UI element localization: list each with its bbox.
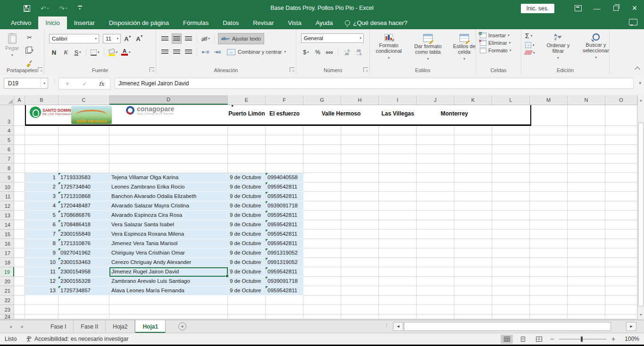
cell-E11[interactable]: 9 de Octubre — [228, 192, 266, 201]
cell-H17[interactable] — [341, 248, 379, 258]
comma-style-button[interactable]: 000 — [325, 47, 335, 58]
ribbon-tab-datos[interactable]: Datos — [216, 16, 246, 29]
cell-H11[interactable] — [341, 192, 379, 201]
cell-B11[interactable]: 3 — [25, 192, 59, 201]
ribbon-tab-revisar[interactable]: Revisar — [246, 16, 281, 29]
cell-F16[interactable]: 0959542811 — [266, 239, 303, 248]
cell-J22[interactable] — [417, 296, 454, 305]
cell-E8[interactable] — [228, 164, 266, 173]
sign-in-button[interactable]: Inic. ses. — [521, 4, 554, 13]
align-top-button[interactable] — [160, 33, 170, 44]
cell-A21[interactable] — [14, 286, 25, 296]
orientation-button[interactable]: ab — [201, 33, 211, 44]
number-format-combo[interactable]: General — [301, 33, 364, 43]
accessibility-status[interactable]: Accesibilidad: es necesario investigar — [25, 336, 128, 342]
scroll-up-button[interactable]: ▲ — [638, 95, 644, 105]
cell-L15[interactable] — [492, 230, 530, 239]
cell-I14[interactable] — [379, 220, 417, 230]
cell-E5[interactable] — [228, 135, 266, 145]
normal-view-button[interactable] — [501, 335, 513, 344]
vertical-scrollbar-thumb[interactable] — [638, 123, 644, 306]
currency-button[interactable]: $ — [301, 47, 311, 58]
cell-K20[interactable] — [454, 277, 492, 286]
row-header-24[interactable]: 24 — [0, 314, 14, 319]
cell-K10[interactable] — [454, 182, 492, 192]
confirm-entry-button[interactable]: ✓ — [76, 81, 93, 87]
cell-N4[interactable] — [568, 126, 605, 135]
cell-E20[interactable]: 9 de Octubre — [228, 277, 266, 286]
cell-H8[interactable] — [341, 164, 379, 173]
fill-button[interactable]: ↓ — [525, 42, 535, 48]
cell-D16[interactable]: Jimenez Vera Tania Marisol — [109, 239, 228, 248]
cell-H21[interactable] — [341, 286, 379, 296]
cell-F18[interactable]: 0991319052 — [266, 258, 303, 267]
row-header-13[interactable]: 13 — [0, 211, 14, 220]
font-name-combo[interactable]: Calibri — [49, 34, 99, 43]
cell-N21[interactable] — [568, 286, 605, 296]
cell-D17[interactable]: Chiriguay Vera Cristhian Omar — [109, 248, 228, 258]
cell-A7[interactable] — [14, 154, 25, 164]
cell-O9[interactable] — [605, 173, 637, 182]
font-dialog-launcher[interactable] — [150, 67, 154, 72]
align-center-button[interactable] — [172, 47, 182, 57]
cell-L19[interactable] — [492, 267, 530, 277]
cell-K9[interactable] — [454, 173, 492, 182]
cell-J21[interactable] — [417, 286, 454, 296]
cell-A16[interactable] — [14, 239, 25, 248]
sheet-tab-hoja1[interactable]: Hoja1 — [135, 320, 166, 333]
cell-E22[interactable] — [228, 296, 266, 305]
ribbon-tab-disposici-n-de-p-gina[interactable]: Disposición de página — [102, 16, 176, 29]
cell-F15[interactable]: 0959542811 — [266, 230, 303, 239]
cell-I8[interactable] — [379, 164, 417, 173]
cell-M5[interactable] — [530, 135, 568, 145]
cell-E19[interactable]: 9 de Octubre — [228, 267, 266, 277]
cell-H19[interactable] — [341, 267, 379, 277]
close-button[interactable]: × — [625, 0, 644, 16]
cell-D4[interactable] — [109, 126, 228, 135]
row-header-14[interactable]: 14 — [0, 220, 14, 230]
cell-F14[interactable]: 0959542811 — [266, 220, 303, 230]
cell-G14[interactable] — [303, 220, 341, 230]
column-header-K[interactable]: K — [454, 95, 492, 105]
cell-H4[interactable] — [341, 126, 379, 135]
cell-N3[interactable] — [568, 105, 605, 126]
column-header-B[interactable]: B — [25, 95, 59, 105]
cell-A24[interactable] — [14, 314, 25, 319]
cell-L21[interactable] — [492, 286, 530, 296]
cell-G10[interactable] — [303, 182, 341, 192]
row-header-19[interactable]: 19 — [0, 267, 14, 277]
cell-N16[interactable] — [568, 239, 605, 248]
column-header-G[interactable]: G — [303, 95, 341, 105]
cell-A10[interactable] — [14, 182, 25, 192]
insert-function-button[interactable]: fx — [93, 81, 110, 87]
cell-O19[interactable] — [605, 267, 637, 277]
cell-E15[interactable]: 9 de Octubre — [228, 230, 266, 239]
cell-B5[interactable] — [25, 135, 59, 145]
cell-L16[interactable] — [492, 239, 530, 248]
cell-M23[interactable] — [530, 305, 568, 314]
row-header-7[interactable]: 7 — [0, 154, 14, 164]
cell-G7[interactable] — [303, 154, 341, 164]
cell-G24[interactable] — [303, 314, 341, 319]
cell-K13[interactable] — [454, 211, 492, 220]
zoom-level[interactable]: 100% — [620, 336, 639, 342]
cell-K4[interactable] — [454, 126, 492, 135]
cell-O10[interactable] — [605, 182, 637, 192]
restore-button[interactable] — [606, 0, 625, 16]
cell-F21[interactable]: 0959542811 — [266, 286, 303, 296]
cell-K18[interactable] — [454, 258, 492, 267]
cell-C12[interactable]: 1720448487 — [59, 201, 109, 211]
cell-B18[interactable]: 10 — [25, 258, 59, 267]
cell-O14[interactable] — [605, 220, 637, 230]
cell-M14[interactable] — [530, 220, 568, 230]
cell-M20[interactable] — [530, 277, 568, 286]
new-sheet-button[interactable]: + — [178, 322, 186, 330]
cell-G21[interactable] — [303, 286, 341, 296]
ribbon-tab-inicio[interactable]: Inicio — [38, 16, 67, 29]
cell-F13[interactable]: 0959542811 — [266, 211, 303, 220]
cell-B15[interactable]: 7 — [25, 230, 59, 239]
cell-L7[interactable] — [492, 154, 530, 164]
cell-B17[interactable]: 9 — [25, 248, 59, 258]
cell-E16[interactable]: 9 de Octubre — [228, 239, 266, 248]
row-header-12[interactable]: 12 — [0, 201, 14, 211]
